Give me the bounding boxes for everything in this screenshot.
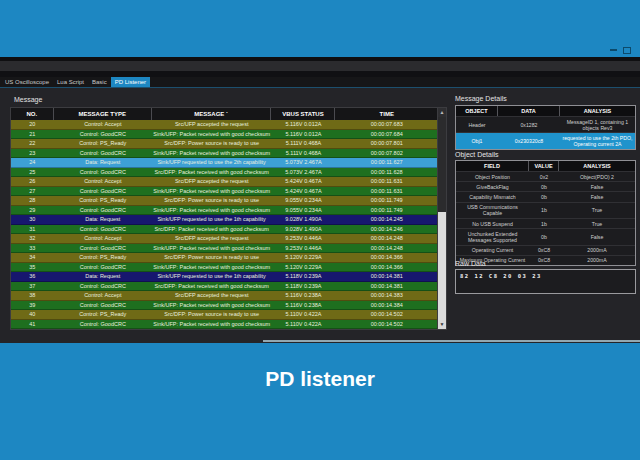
col-header-object: OBJECT xyxy=(456,106,498,116)
cell-no: 26 xyxy=(11,177,54,187)
object-details-row[interactable]: Object Position0x2Object(PDO) 2 xyxy=(456,171,635,181)
cell-vbus: 5.116V 0.012A xyxy=(271,130,335,140)
table-row[interactable]: 32Control: AcceptSrc/DFP accepted the re… xyxy=(11,234,438,244)
object-details-row[interactable]: USB Communications Capable1bTrue xyxy=(456,202,635,218)
table-row[interactable]: 20Control: AcceptSrc/UFP accepted the re… xyxy=(11,120,438,130)
cell-time: 00:00:07.683 xyxy=(335,120,437,130)
table-row[interactable]: 37Control: GoodCRCSrc/DFP: Packet receiv… xyxy=(11,282,438,292)
table-row[interactable]: 26Control: AcceptSrc/DFP accepted the re… xyxy=(11,177,438,187)
cell-type: Control: PS_Ready xyxy=(54,139,152,149)
cell-no: 24 xyxy=(11,158,54,168)
cell-value: 0xC8 xyxy=(529,256,559,265)
table-row[interactable]: 28Control: PS_ReadySrc/DFP: Power source… xyxy=(11,196,438,206)
cell-no: 25 xyxy=(11,168,54,178)
cell-type: Control: Accept xyxy=(54,291,152,301)
scroll-up-icon[interactable]: ▲ xyxy=(438,108,446,117)
cell-no: 29 xyxy=(11,206,54,216)
cell-time: 00:00:11.749 xyxy=(335,206,437,216)
object-details-row[interactable]: Operating Current0xC82000mA xyxy=(456,245,635,255)
object-details-row[interactable]: No USB Suspend1bTrue xyxy=(456,218,635,228)
cell-type: Control: GoodCRC xyxy=(54,244,152,254)
col-header-vbus[interactable]: VBUS STATUS xyxy=(271,108,335,120)
col-header-type[interactable]: MESSAGE TYPE xyxy=(54,108,152,120)
cell-type: Control: PS_Ready xyxy=(54,196,152,206)
cell-no: 32 xyxy=(11,234,54,244)
col-header-field: FIELD xyxy=(456,161,529,171)
cell-no: 28 xyxy=(11,196,54,206)
cell-data: 0x1282 xyxy=(498,117,560,132)
tab-us-oscilloscope[interactable]: US Oscilloscope xyxy=(1,77,53,87)
cell-message: Sink/UFP: Packet received with good chec… xyxy=(152,320,272,330)
table-row[interactable]: 35Control: GoodCRCSink/UFP: Packet recei… xyxy=(11,263,438,273)
cell-time: 00:00:11.631 xyxy=(335,177,437,187)
message-table-scrollbar[interactable]: ▲ ▼ xyxy=(437,107,447,330)
cell-no: 27 xyxy=(11,187,54,197)
table-row[interactable]: 22Control: PS_ReadySrc/DFP: Power source… xyxy=(11,139,438,149)
col-header-no[interactable]: NO. xyxy=(11,108,54,120)
table-row[interactable]: 30Data: RequestSink/UFP requested to use… xyxy=(11,215,438,225)
scrollbar-thumb[interactable] xyxy=(438,212,446,320)
cell-message: Src/DFP: Packet received with good check… xyxy=(152,282,272,292)
cell-time: 00:00:14.248 xyxy=(335,234,437,244)
col-header-message[interactable]: MESSAGE ` xyxy=(152,108,272,120)
maximize-icon[interactable] xyxy=(623,47,631,54)
cell-analysis: Object(PDO) 2 xyxy=(559,172,635,181)
cell-message: Sink/UFP: Packet received with good chec… xyxy=(152,149,272,159)
cell-no: 34 xyxy=(11,253,54,263)
col-header-time[interactable]: TIME xyxy=(335,108,437,120)
table-row[interactable]: 38Control: AcceptSrc/DFP accepted the re… xyxy=(11,291,438,301)
window-titlebar-strip xyxy=(0,61,640,71)
cell-message: Sink/UFP: Packet received with good chec… xyxy=(152,301,272,311)
col-header-analysis: ANALYSIS xyxy=(560,106,635,116)
scroll-down-icon[interactable]: ▼ xyxy=(438,320,446,329)
cell-time: 00:00:14.366 xyxy=(335,253,437,263)
cell-value: 0xC8 xyxy=(529,246,559,255)
table-row[interactable]: 25Control: GoodCRCSrc/DFP: Packet receiv… xyxy=(11,168,438,178)
object-details-row[interactable]: GiveBackFlag0bFalse xyxy=(456,181,635,191)
table-row[interactable]: 41Control: GoodCRCSink/UFP: Packet recei… xyxy=(11,320,438,330)
table-row[interactable]: 39Control: GoodCRCSink/UFP: Packet recei… xyxy=(11,301,438,311)
tab-pd-listener[interactable]: PD Listener xyxy=(111,77,150,87)
cell-time: 00:00:11.631 xyxy=(335,187,437,197)
table-row[interactable]: 27Control: GoodCRCSink/UFP: Packet recei… xyxy=(11,187,438,197)
cell-analysis: False xyxy=(559,182,635,191)
cell-type: Control: GoodCRC xyxy=(54,320,152,330)
cell-vbus: 5.116V 0.238A xyxy=(271,291,335,301)
table-row[interactable]: 36Data: RequestSink/UFP requested to use… xyxy=(11,272,438,282)
tab-basic[interactable]: Basic xyxy=(88,77,111,87)
cell-message: Sink/UFP: Packet received with good chec… xyxy=(152,206,272,216)
cell-vbus: 5.110V 0.422A xyxy=(271,310,335,320)
col-header-data: DATA xyxy=(498,106,560,116)
tab-lua-script[interactable]: Lua Script xyxy=(53,77,88,87)
cell-time: 00:00:14.246 xyxy=(335,225,437,235)
table-row[interactable]: 33Control: GoodCRCSink/UFP: Packet recei… xyxy=(11,244,438,254)
cell-message: Sink/UFP: Packet received with good chec… xyxy=(152,187,272,197)
cell-analysis: False xyxy=(559,192,635,201)
cell-no: 22 xyxy=(11,139,54,149)
object-details-row[interactable]: Unchunked Extended Messages Supported0bF… xyxy=(456,228,635,244)
cell-type: Control: GoodCRC xyxy=(54,130,152,140)
table-row[interactable]: 21Control: GoodCRCSink/UFP: Packet recei… xyxy=(11,130,438,140)
table-row[interactable]: 31Control: GoodCRCSrc/DFP: Packet receiv… xyxy=(11,225,438,235)
table-row[interactable]: 23Control: GoodCRCSink/UFP: Packet recei… xyxy=(11,149,438,159)
table-row[interactable]: 24Data: RequestSink/UFP requested to use… xyxy=(11,158,438,168)
message-details-row[interactable]: Obj10x230320c8requested to use the 2th P… xyxy=(456,132,635,148)
cell-analysis: False xyxy=(559,229,635,244)
object-details-table: FIELD VALUE ANALYSIS Object Position0x2O… xyxy=(455,160,636,266)
cell-no: 38 xyxy=(11,291,54,301)
cell-no: 33 xyxy=(11,244,54,254)
table-row[interactable]: 34Control: PS_ReadySrc/DFP: Power source… xyxy=(11,253,438,263)
cell-analysis: 2000mA xyxy=(559,246,635,255)
cell-field: No USB Suspend xyxy=(456,219,529,228)
cell-type: Control: GoodCRC xyxy=(54,149,152,159)
cell-message: Sink/UFP requested to use the 2th capabi… xyxy=(152,158,272,168)
message-details-title: Message Details xyxy=(455,95,507,102)
table-row[interactable]: 29Control: GoodCRCSink/UFP: Packet recei… xyxy=(11,206,438,216)
message-details-header: OBJECT DATA ANALYSIS xyxy=(456,106,635,116)
cell-vbus: 9.028V 1.490A xyxy=(271,225,335,235)
message-details-row[interactable]: Header0x1282MessageID 1, containing 1 ob… xyxy=(456,116,635,132)
object-details-row[interactable]: Capability Mismatch0bFalse xyxy=(456,191,635,201)
table-row[interactable]: 40Control: PS_ReadySrc/DFP: Power source… xyxy=(11,310,438,320)
minimize-icon[interactable] xyxy=(610,49,617,51)
cell-no: 21 xyxy=(11,130,54,140)
